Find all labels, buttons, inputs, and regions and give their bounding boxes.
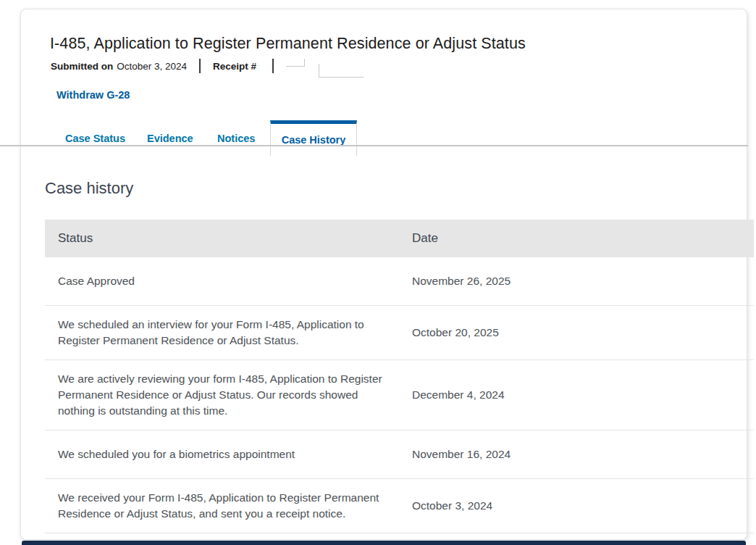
date-cell: October 20, 2025 [412, 325, 754, 341]
date-cell: November 26, 2025 [412, 273, 754, 289]
tab-case-history[interactable]: Case History [270, 120, 357, 156]
table-body: Case Approved November 26, 2025 We sched… [45, 257, 754, 533]
tabs-underline [0, 145, 748, 146]
date-column-header: Date [412, 231, 754, 246]
table-header-row: Status Date [45, 220, 754, 257]
table-row: We are actively reviewing your form I-48… [45, 360, 754, 430]
tab-evidence[interactable]: Evidence [147, 133, 193, 144]
meta-divider [272, 59, 274, 73]
table-row: We scheduled you for a biometrics appoin… [45, 430, 754, 479]
date-cell: December 4, 2024 [412, 387, 754, 403]
page: I-485, Application to Register Permanent… [0, 0, 756, 545]
bottom-accent-bar [22, 541, 746, 545]
date-cell: November 16, 2024 [412, 446, 754, 462]
status-column-header: Status [45, 231, 412, 246]
tab-notices[interactable]: Notices [217, 133, 255, 144]
table-row: We received your Form I-485, Application… [45, 479, 754, 533]
tab-case-status[interactable]: Case Status [65, 133, 125, 144]
status-cell: We scheduled you for a biometrics appoin… [45, 446, 412, 462]
case-meta: Submitted on October 3, 2024 Receipt # [51, 57, 364, 75]
section-title: Case history [45, 179, 133, 198]
page-title: I-485, Application to Register Permanent… [50, 35, 526, 53]
status-cell: We received your Form I-485, Application… [45, 490, 412, 522]
submitted-date: October 3, 2024 [117, 61, 187, 72]
redacted-receipt-number [286, 59, 305, 67]
table-row: Case Approved November 26, 2025 [45, 257, 754, 306]
date-cell: October 3, 2024 [412, 498, 754, 514]
submitted-label: Submitted on [51, 61, 113, 72]
withdraw-g28-link[interactable]: Withdraw G-28 [56, 89, 130, 101]
receipt-label: Receipt # [213, 61, 256, 72]
status-cell: Case Approved [45, 273, 412, 289]
status-cell: We scheduled an interview for your Form … [45, 317, 412, 349]
status-cell: We are actively reviewing your form I-48… [45, 371, 412, 419]
meta-divider [199, 59, 201, 73]
case-card: I-485, Application to Register Permanent… [20, 9, 747, 540]
table-row: We scheduled an interview for your Form … [45, 306, 754, 360]
case-history-table: Status Date Case Approved November 26, 2… [45, 220, 754, 533]
redacted-receipt-number [319, 64, 364, 78]
